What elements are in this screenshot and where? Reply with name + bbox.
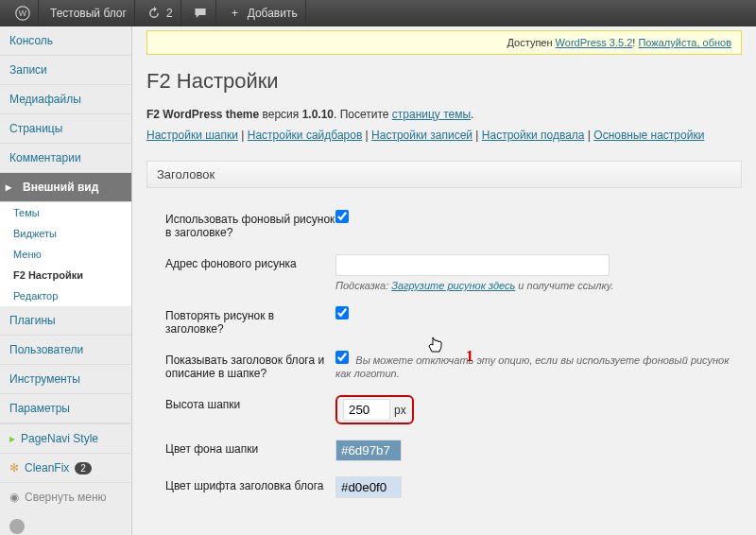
label-bg-url: Адрес фонового рисунка [165,254,335,270]
row-repeat: Повторять рисунок в заголовке? [146,299,742,343]
bottom-icons [0,511,131,535]
wp-version-link[interactable]: WordPress 3.5.2 [556,37,633,48]
row-show-title: Показывать заголовок блога и описание в … [146,343,742,388]
admin-sidebar: Консоль Записи Медиафайлы Страницы Комме… [0,26,132,535]
add-new-menu[interactable]: + Добавить [220,0,306,26]
submenu-f2-settings[interactable]: F2 Настройки [0,265,131,285]
update-notice: Доступен WordPress 3.5.2! Пожалуйста, об… [146,30,742,55]
admin-toolbar: W Тестовый блог 2 + Добавить [0,0,756,26]
checkbox-use-bg[interactable] [335,210,349,223]
wp-logo-menu[interactable]: W [8,0,39,26]
annotation-marker: 1 [466,348,473,365]
updates-menu[interactable]: 2 [139,0,181,26]
cleanfix-badge: 2 [75,462,92,475]
label-title-color: Цвет шрифта заголовка блога [165,476,335,492]
menu-tools[interactable]: Инструменты [0,365,131,394]
height-highlight: px [335,395,414,424]
tab-sidebars[interactable]: Настройки сайдбаров [248,129,363,142]
row-bg-color: Цвет фона шапки [146,432,742,469]
label-bg-color: Цвет фона шапки [165,440,335,456]
svg-text:W: W [19,9,27,18]
tab-footer[interactable]: Настройки подвала [482,129,585,142]
refresh-icon [146,6,162,21]
submenu-menus[interactable]: Меню [0,244,131,265]
input-bg-color[interactable] [335,440,402,461]
settings-tabs: Настройки шапки | Настройки сайдбаров | … [146,129,742,142]
menu-cleanfix[interactable]: ✻ CleanFix 2 [0,453,131,482]
menu-settings[interactable]: Параметры [0,394,131,423]
hint-bg-url: Подсказка: Загрузите рисунок здесь и пол… [335,280,742,291]
tab-posts[interactable]: Настройки записей [371,129,472,142]
unit-px: px [394,404,406,417]
section-header: Заголовок [146,161,742,188]
cursor-icon [427,336,444,358]
add-label: Добавить [248,7,298,20]
site-title: Тестовый блог [50,7,127,20]
input-bg-url[interactable] [335,254,610,276]
submenu-widgets[interactable]: Виджеты [0,223,131,244]
appearance-submenu: Темы Виджеты Меню F2 Настройки Редактор [0,202,131,306]
main-content: Доступен WordPress 3.5.2! Пожалуйста, об… [132,26,756,535]
updates-count: 2 [166,7,173,20]
arrow-right-icon: ▸ [6,181,11,194]
menu-media[interactable]: Медиафайлы [0,85,131,114]
menu-pages[interactable]: Страницы [0,114,131,144]
label-repeat: Повторять рисунок в заголовке? [165,306,335,336]
upload-image-link[interactable]: Загрузите рисунок здесь [391,280,515,291]
input-title-color[interactable] [335,476,402,498]
collapse-menu[interactable]: ◉ Свернуть меню [0,482,131,511]
menu-comments[interactable]: Комментарии [0,144,131,173]
label-show-title: Показывать заголовок блога и описание в … [165,351,335,380]
tab-header[interactable]: Настройки шапки [146,129,238,142]
row-height: Высота шапки px [146,388,742,432]
collapse-icon: ◉ [9,491,19,504]
input-height[interactable] [343,399,390,421]
theme-info: F2 WordPress theme версия 1.0.10. Посети… [146,108,742,121]
menu-appearance[interactable]: ▸ Внешний вид [0,173,131,202]
checkbox-repeat[interactable] [335,306,349,319]
menu-plugins[interactable]: Плагины [0,306,131,336]
comment-icon [193,6,208,21]
desc-show-title: Вы можете отключать эту опцию, если вы и… [335,354,729,379]
theme-page-link[interactable]: страницу темы [392,108,471,121]
site-name-menu[interactable]: Тестовый блог [43,0,135,26]
checkbox-show-title[interactable] [335,351,349,364]
menu-posts[interactable]: Записи [0,56,131,85]
plus-icon: + [228,6,243,21]
row-title-color: Цвет шрифта заголовка блога [146,469,742,506]
arrow-right-icon: ▸ [9,432,15,445]
label-height: Высота шапки [165,395,335,411]
wordpress-icon[interactable] [9,519,25,534]
label-use-bg: Использовать фоновый рисунок в заголовке… [165,210,335,239]
update-link[interactable]: Пожалуйста, обнов [638,37,731,48]
menu-users[interactable]: Пользователи [0,336,131,365]
row-use-bg: Использовать фоновый рисунок в заголовке… [146,202,742,247]
wordpress-icon: W [15,6,30,21]
submenu-editor[interactable]: Редактор [0,285,131,306]
submenu-themes[interactable]: Темы [0,202,131,223]
menu-pagenavi[interactable]: ▸ PageNavi Style [0,423,131,453]
tab-general[interactable]: Основные настройки [593,129,704,142]
menu-dashboard[interactable]: Консоль [0,26,131,56]
page-title: F2 Настройки [146,69,742,94]
row-bg-url: Адрес фонового рисунка Подсказка: Загруз… [146,247,742,299]
gear-icon: ✻ [9,461,19,475]
comments-menu[interactable] [185,0,216,26]
